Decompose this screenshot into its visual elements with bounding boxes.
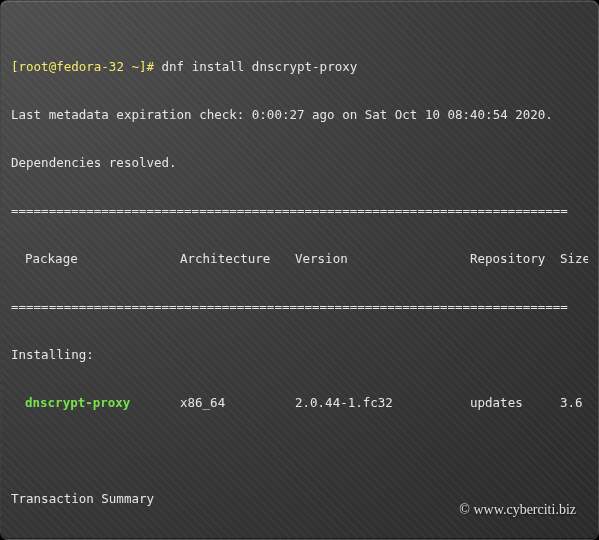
pkg-size: 3.6 M bbox=[560, 395, 588, 411]
rule: ========================================… bbox=[11, 299, 588, 315]
hdr-package: Package bbox=[25, 251, 180, 267]
terminal-output[interactable]: [root@fedora-32 ~]# dnf install dnscrypt… bbox=[11, 11, 588, 529]
blank bbox=[11, 443, 588, 459]
hdr-repo: Repository bbox=[470, 251, 560, 267]
hdr-arch: Architecture bbox=[180, 251, 295, 267]
rule: ========================================… bbox=[11, 203, 588, 219]
pkg-repo: updates bbox=[470, 395, 560, 411]
metadata-line: Last metadata expiration check: 0:00:27 … bbox=[11, 107, 588, 123]
hdr-size: Size bbox=[560, 251, 588, 267]
prompt-line: [root@fedora-32 ~]# dnf install dnscrypt… bbox=[11, 59, 588, 75]
package-row: dnscrypt-proxy x86_64 2.0.44-1.fc32 upda… bbox=[11, 395, 588, 411]
deps-resolved: Dependencies resolved. bbox=[11, 155, 588, 171]
pkg-name: dnscrypt-proxy bbox=[25, 395, 180, 411]
pkg-version: 2.0.44-1.fc32 bbox=[295, 395, 470, 411]
pkg-arch: x86_64 bbox=[180, 395, 295, 411]
table-header: Package Architecture Version Repository … bbox=[11, 251, 588, 267]
hdr-version: Version bbox=[295, 251, 470, 267]
watermark: © www.cyberciti.biz bbox=[459, 501, 576, 519]
installing-section: Installing: bbox=[11, 347, 588, 363]
